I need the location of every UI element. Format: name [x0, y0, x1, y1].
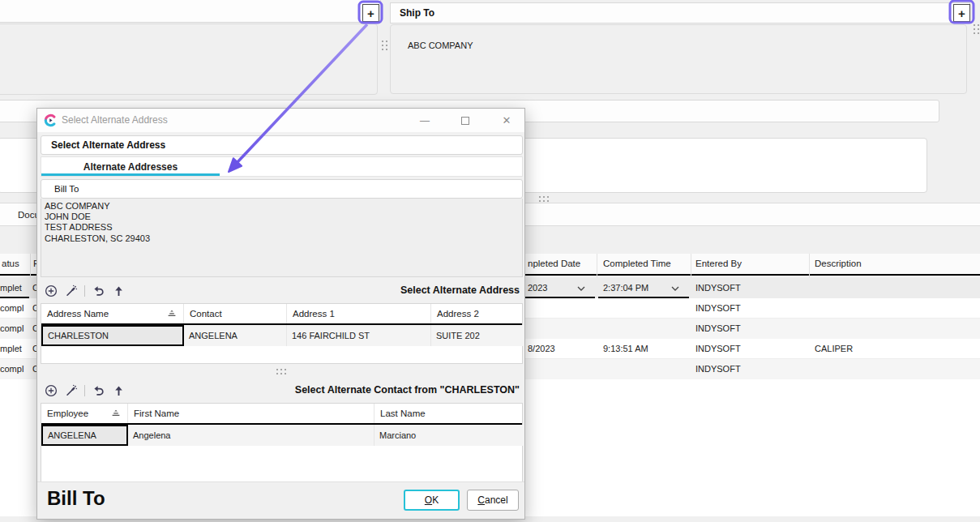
employee-cell[interactable]: ANGELENA	[41, 425, 128, 446]
addresses-grid-header: Address Name Contact Address 1 Address 2	[41, 304, 522, 325]
group-caption-box: Select Alternate Address	[41, 135, 523, 155]
bill-to-header-box: Bill To	[41, 179, 523, 199]
active-tab-indicator	[41, 173, 220, 176]
dialog-title: Select Alternate Address	[62, 109, 168, 132]
address-section-label: Select Alternate Address	[400, 285, 520, 296]
contacts-grid-header: Employee First Name Last Name	[41, 404, 522, 425]
tab-alternate-addresses[interactable]: Alternate Addresses	[41, 157, 220, 176]
ship-to-content: ABC COMPANY	[408, 41, 473, 50]
left-panel-header: +	[0, 0, 381, 23]
left-panel-body	[0, 24, 378, 95]
entered-by-cell[interactable]: INDYSOFT	[695, 319, 793, 339]
dialog-titlebar[interactable]: Select Alternate Address — ✕	[37, 109, 524, 132]
cancel-button[interactable]: Cancel	[467, 490, 519, 511]
toolbar-separator	[84, 285, 85, 297]
entered-by-cell[interactable]: INDYSOFT	[695, 298, 793, 319]
chevron-down-icon[interactable]	[577, 286, 585, 291]
address1-header[interactable]: Address 1	[287, 304, 431, 323]
contact-section-label: Select Alternate Contact from "CHARLESTO…	[295, 384, 520, 396]
address-toolbar	[44, 281, 126, 301]
address1-cell[interactable]: 146 FAIRCHILD ST	[287, 325, 431, 346]
completed-date-cell[interactable]: 8/2023	[528, 339, 593, 359]
ship-to-panel-header: Ship To +	[390, 2, 970, 24]
dialog-splitter-grip[interactable]	[276, 369, 286, 374]
description-cell[interactable]: CALIPER	[815, 339, 969, 359]
app-logo-icon	[44, 113, 58, 127]
address-line: CHARLESTON, SC 29403	[41, 233, 522, 244]
contact-toolbar	[44, 381, 126, 400]
wand-icon[interactable]	[64, 284, 79, 298]
bill-to-header: Bill To	[54, 180, 79, 198]
address2-cell[interactable]: SUITE 202	[431, 325, 524, 346]
last-name-header[interactable]: Last Name	[374, 404, 524, 423]
add-icon[interactable]	[44, 284, 58, 298]
up-arrow-icon[interactable]	[111, 383, 126, 398]
up-arrow-icon[interactable]	[111, 284, 126, 298]
horizontal-splitter-grip[interactable]	[539, 196, 549, 202]
toolbar-separator	[84, 385, 85, 396]
tab-strip: Alternate Addresses	[41, 156, 523, 177]
completed-date-header[interactable]: npleted Date	[528, 254, 593, 274]
address-row[interactable]: CHARLESTON ANGELENA 146 FAIRCHILD ST SUI…	[41, 325, 522, 346]
ok-button[interactable]: OK	[404, 490, 460, 511]
completed-time-cell[interactable]: 2:37:04 PM	[603, 278, 668, 298]
close-button[interactable]: ✕	[493, 109, 520, 132]
completed-time-cell[interactable]: 9:13:51 AM	[603, 339, 684, 359]
status-cell[interactable]: compl	[0, 298, 29, 319]
ship-to-panel-body: ABC COMPANY	[390, 24, 967, 94]
address-line: JOHN DOE	[41, 212, 522, 222]
bill-to-address-block: ABC COMPANY JOHN DOE TEST ADDRESS CHARLE…	[41, 199, 523, 277]
dialog-footer: Bill To OK Cancel	[37, 481, 524, 519]
undo-icon[interactable]	[91, 284, 105, 298]
tab-label: Alternate Addresses	[83, 161, 178, 173]
ship-to-title: Ship To	[400, 7, 434, 19]
sort-ascending-icon	[167, 310, 177, 318]
undo-icon[interactable]	[91, 383, 105, 398]
left-panel-add-button[interactable]: +	[362, 4, 379, 22]
employee-header[interactable]: Employee	[41, 404, 128, 423]
first-name-header[interactable]: First Name	[128, 404, 374, 423]
address-line: TEST ADDRESS	[41, 222, 522, 233]
screen: + Ship To + ABC COMPANY Docur atus F npl…	[0, 0, 980, 522]
status-cell[interactable]: compl	[0, 319, 29, 339]
sort-ascending-icon	[111, 409, 121, 417]
first-name-cell[interactable]: Angelena	[128, 425, 374, 446]
select-alternate-address-dialog: Select Alternate Address — ✕ Select Alte…	[36, 108, 525, 520]
add-icon[interactable]	[44, 383, 58, 398]
last-name-cell[interactable]: Marciano	[374, 425, 524, 446]
address-name-cell[interactable]: CHARLESTON	[41, 325, 184, 346]
completed-date-cell[interactable]: 2023	[528, 278, 575, 298]
address-line: ABC COMPANY	[41, 201, 522, 212]
contact-cell[interactable]: ANGELENA	[184, 325, 287, 346]
completed-time-header[interactable]: Completed Time	[603, 254, 684, 274]
ship-to-add-button[interactable]: +	[953, 4, 970, 22]
vertical-splitter-grip[interactable]	[382, 41, 387, 50]
chevron-down-icon[interactable]	[671, 286, 679, 291]
description-cell[interactable]	[815, 278, 969, 298]
entered-by-header[interactable]: Entered By	[695, 254, 793, 274]
address2-header[interactable]: Address 2	[431, 304, 524, 323]
entered-by-cell[interactable]: INDYSOFT	[695, 278, 793, 298]
wand-icon[interactable]	[64, 383, 79, 398]
contact-header[interactable]: Contact	[184, 304, 287, 323]
address-name-header[interactable]: Address Name	[41, 304, 184, 323]
maximize-button[interactable]	[451, 109, 479, 132]
status-cell[interactable]: mplet	[0, 339, 29, 359]
minimize-button[interactable]: —	[411, 109, 439, 132]
entered-by-cell[interactable]: INDYSOFT	[695, 339, 793, 359]
status-column-header[interactable]: atus	[2, 254, 28, 274]
entered-by-cell[interactable]: INDYSOFT	[695, 359, 793, 379]
description-header[interactable]: Description	[815, 254, 944, 274]
contact-row[interactable]: ANGELENA Angelena Marciano	[41, 425, 522, 446]
footer-caption: Bill To	[47, 487, 105, 510]
group-caption: Select Alternate Address	[51, 136, 165, 154]
addresses-grid: Address Name Contact Address 1 Address 2…	[41, 303, 523, 364]
right-edge-grip[interactable]	[974, 24, 979, 34]
contacts-grid: Employee First Name Last Name ANGELENA A…	[41, 403, 523, 483]
status-cell[interactable]: compl	[0, 359, 29, 379]
status-cell[interactable]: mplet	[0, 278, 29, 298]
